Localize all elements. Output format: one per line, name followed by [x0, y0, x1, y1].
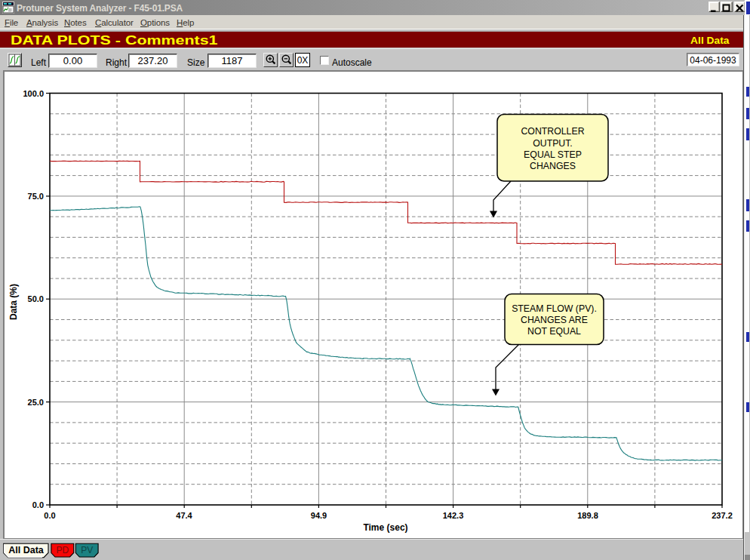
svg-text:0.0: 0.0 [32, 500, 44, 509]
svg-text:25.0: 25.0 [28, 398, 44, 407]
svg-text:Data (%): Data (%) [8, 284, 19, 320]
svg-text:PD: PD [56, 545, 69, 555]
svg-text:0.0: 0.0 [44, 511, 55, 520]
svg-text:50.0: 50.0 [28, 294, 44, 303]
svg-text:PV: PV [81, 545, 93, 555]
svg-text:CHANGES ARE: CHANGES ARE [521, 315, 588, 325]
svg-text:CHANGES: CHANGES [530, 161, 576, 171]
svg-text:142.3: 142.3 [443, 511, 464, 520]
svg-text:OUTPUT.: OUTPUT. [533, 138, 573, 149]
svg-text:All Data: All Data [8, 545, 45, 555]
svg-text:47.4: 47.4 [176, 511, 192, 520]
svg-text:100.0: 100.0 [23, 89, 44, 98]
svg-text:189.8: 189.8 [577, 511, 598, 520]
svg-text:EQUAL STEP: EQUAL STEP [524, 149, 582, 160]
svg-text:Time (sec): Time (sec) [363, 522, 407, 533]
svg-text:75.0: 75.0 [28, 192, 44, 201]
svg-text:STEAM FLOW (PV).: STEAM FLOW (PV). [512, 303, 597, 314]
svg-text:NOT EQUAL: NOT EQUAL [527, 326, 581, 337]
svg-text:237.2: 237.2 [712, 511, 733, 520]
svg-text:CONTROLLER: CONTROLLER [521, 126, 584, 137]
svg-text:94.9: 94.9 [311, 511, 327, 520]
